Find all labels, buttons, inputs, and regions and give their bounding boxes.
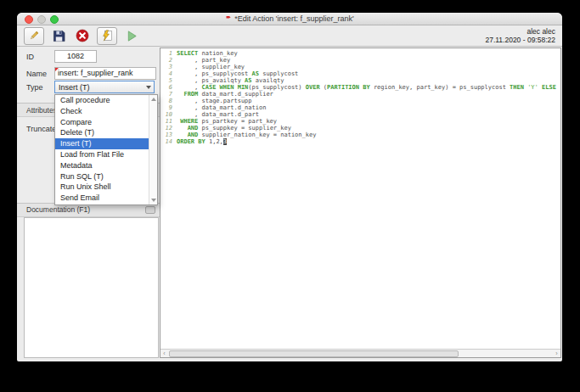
id-field[interactable]: 1082 xyxy=(54,50,97,63)
run-play-icon xyxy=(126,30,138,42)
scroll-down-icon[interactable] xyxy=(151,199,156,202)
dropdown-item[interactable]: Compare xyxy=(55,117,149,128)
code-line: 7 FROM data_mart.d_supplier xyxy=(160,91,560,98)
code-line: 12 AND ps_suppkey = supplier_key xyxy=(160,125,560,132)
dropdown-scrollbar[interactable] xyxy=(149,95,157,204)
line-number: 7 xyxy=(160,91,172,98)
code-line: 10 , data_mart.d_part xyxy=(160,111,560,118)
line-number: 8 xyxy=(160,98,172,104)
line-number: 14 xyxy=(160,138,172,145)
modified-marker xyxy=(55,68,59,71)
scroll-up-icon[interactable] xyxy=(151,98,156,101)
type-label: Type xyxy=(26,83,43,92)
name-field-value: insert: f_supplier_rank xyxy=(58,69,133,77)
title-bar[interactable]: *Edit Action 'insert: f_supplier_rank' xyxy=(17,13,562,25)
type-dropdown-popup: Call procedureCheckCompareDelete (T)Inse… xyxy=(54,94,158,205)
horizontal-scrollbar[interactable]: ‹ › xyxy=(160,349,560,357)
code-line: 8 , stage.partsupp xyxy=(160,98,560,104)
line-number: 10 xyxy=(160,111,172,118)
chevron-down-icon xyxy=(146,86,151,89)
code-line: 5 , ps_availqty AS availqty xyxy=(160,77,560,84)
line-number: 2 xyxy=(160,57,172,64)
scrollbar-thumb[interactable] xyxy=(169,350,459,357)
type-dropdown[interactable]: Insert (T) xyxy=(54,81,155,93)
attributes-header-label: Attributes xyxy=(26,106,57,115)
session-info: alec alec 27.11.2020 - 09:58:22 xyxy=(485,27,555,44)
user-name: alec alec xyxy=(485,27,555,36)
scroll-right-icon[interactable]: › xyxy=(553,350,560,357)
dropdown-item[interactable]: Metadata xyxy=(55,160,149,171)
collapse-panel-icon[interactable] xyxy=(145,206,155,214)
cancel-button[interactable] xyxy=(73,28,92,44)
code-line: 1SELECT nation_key xyxy=(160,50,560,57)
edit-action-window: *Edit Action 'insert: f_supplier_rank' xyxy=(17,13,562,361)
dropdown-item[interactable]: Check xyxy=(55,106,149,117)
toolbar: alec alec 27.11.2020 - 09:58:22 xyxy=(17,25,562,47)
text-cursor: 3 xyxy=(223,138,227,145)
code-line: 13 AND supplier_nation_key = nation_key xyxy=(160,132,560,138)
window-title: *Edit Action 'insert: f_supplier_rank' xyxy=(234,14,354,23)
wizard-lightning-icon xyxy=(101,30,113,42)
app-icon xyxy=(225,15,232,22)
minimize-window-button[interactable] xyxy=(37,15,46,24)
scroll-left-icon[interactable]: ‹ xyxy=(160,350,168,357)
dropdown-item[interactable]: Send Email xyxy=(55,193,149,204)
line-number: 5 xyxy=(160,77,172,84)
line-number: 11 xyxy=(160,118,172,125)
cancel-icon xyxy=(76,29,89,42)
name-label: Name xyxy=(26,70,47,78)
line-number: 6 xyxy=(160,84,172,91)
documentation-textarea[interactable] xyxy=(24,217,159,358)
dropdown-item[interactable]: Insert (T) xyxy=(55,138,149,149)
zoom-window-button[interactable] xyxy=(50,15,59,24)
line-number: 13 xyxy=(160,132,172,138)
line-number: 3 xyxy=(160,64,172,70)
code-line: 6 , CASE WHEN MIN(ps_supplycost) OVER (P… xyxy=(160,84,560,91)
name-field[interactable]: insert: f_supplier_rank xyxy=(54,67,156,80)
dropdown-item[interactable]: Load from Flat File xyxy=(55,149,149,160)
main-content: ID Name Type 1082 insert: f_supplier_ran… xyxy=(17,47,562,361)
window-title-wrap: *Edit Action 'insert: f_supplier_rank' xyxy=(225,14,354,23)
line-number: 12 xyxy=(160,125,172,132)
code-line: 3 , supplier_key xyxy=(160,64,560,70)
wizard-button[interactable] xyxy=(97,27,117,45)
run-button[interactable] xyxy=(122,28,141,44)
id-label: ID xyxy=(26,53,34,61)
line-number: 9 xyxy=(160,104,172,111)
dropdown-item[interactable]: Run SQL (T) xyxy=(55,171,149,182)
code-line: 14ORDER BY 1,2,3 xyxy=(160,138,560,145)
line-number: 1 xyxy=(160,50,172,57)
dropdown-item[interactable]: Call procedure xyxy=(55,95,149,106)
traffic-lights xyxy=(25,15,59,24)
type-dropdown-value: Insert (T) xyxy=(59,83,90,92)
code-line: 2 , part_key xyxy=(160,57,560,64)
line-number: 4 xyxy=(160,70,172,77)
save-button[interactable] xyxy=(49,28,68,44)
code-line: 4 , ps_supplycost AS supplycost xyxy=(160,70,560,77)
type-dropdown-list[interactable]: Call procedureCheckCompareDelete (T)Inse… xyxy=(55,95,149,204)
code-line: 11 WHERE ps_partkey = part_key xyxy=(160,118,560,125)
dropdown-item[interactable]: Delete (T) xyxy=(55,127,149,138)
code-line: 9 , data_mart.d_nation xyxy=(160,104,560,111)
save-floppy-icon xyxy=(53,30,65,42)
close-window-button[interactable] xyxy=(25,15,33,24)
edit-pencil-icon xyxy=(28,30,40,42)
sql-editor[interactable]: 1SELECT nation_key2 , part_key3 , suppli… xyxy=(160,48,561,358)
code-lines[interactable]: 1SELECT nation_key2 , part_key3 , suppli… xyxy=(160,50,560,349)
dropdown-item[interactable]: Run Unix Shell xyxy=(55,182,149,193)
edit-button[interactable] xyxy=(24,27,44,45)
session-timestamp: 27.11.2020 - 09:58:22 xyxy=(485,36,555,44)
